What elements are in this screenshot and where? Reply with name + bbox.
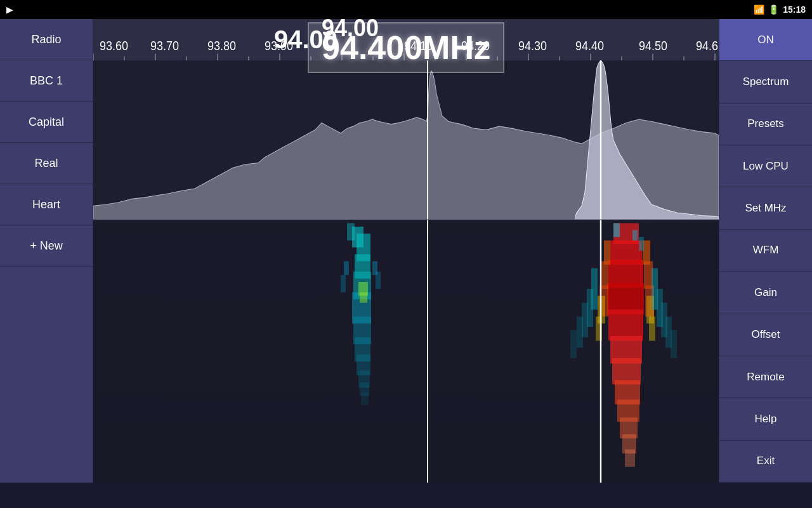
center-frequency: 94.400MHz [322, 29, 490, 66]
svg-text:94.50: 94.50 [639, 39, 667, 53]
right-sidebar: ON Spectrum Presets Low CPU Set MHz WFM … [719, 19, 812, 483]
svg-rect-54 [341, 275, 346, 292]
sidebar-item-heart[interactable]: Heart [0, 184, 93, 225]
svg-rect-86 [577, 317, 583, 348]
button-spectrum[interactable]: Spectrum [719, 61, 812, 103]
button-remote[interactable]: Remote [719, 356, 812, 398]
button-wfm[interactable]: WFM [719, 230, 812, 272]
svg-text:94.6: 94.6 [696, 39, 718, 53]
svg-text:93.60: 93.60 [100, 39, 128, 53]
battery-icon: 🔋 [768, 4, 779, 15]
svg-rect-52 [360, 292, 367, 302]
svg-text:93.80: 93.80 [207, 39, 236, 53]
svg-text:93.70: 93.70 [150, 39, 179, 53]
spectrum-svg: 93.60 93.70 93.80 93.90 94.00 94.10 94.2… [93, 19, 719, 483]
time-display: 15:18 [783, 4, 806, 15]
svg-rect-79 [649, 317, 655, 341]
svg-rect-56 [376, 272, 381, 289]
sidebar-item-real[interactable]: Real [0, 143, 93, 184]
sidebar-item-bbc1[interactable]: BBC 1 [0, 60, 93, 102]
main-layout: Radio BBC 1 Capital Real Heart + New 94.… [0, 19, 812, 508]
svg-rect-70 [604, 241, 610, 265]
button-lowcpu[interactable]: Low CPU [719, 145, 812, 187]
sidebar-item-capital[interactable]: Capital [0, 102, 93, 143]
button-setmhz[interactable]: Set MHz [719, 187, 812, 229]
wifi-icon: 📶 [754, 4, 764, 15]
svg-rect-72 [601, 261, 608, 289]
sidebar-item-new[interactable]: + New [0, 225, 93, 267]
button-exit[interactable]: Exit [719, 441, 812, 483]
svg-rect-50 [361, 392, 369, 405]
button-presets[interactable]: Presets [719, 104, 812, 145]
svg-rect-91 [632, 230, 638, 240]
svg-rect-69 [625, 450, 635, 467]
svg-rect-88 [570, 330, 577, 358]
svg-rect-73 [644, 261, 653, 289]
button-offset[interactable]: Offset [719, 314, 812, 356]
svg-text:94.30: 94.30 [518, 39, 547, 53]
spectrum-view[interactable]: 94.400MHz 94.00 93.60 93.70 93.80 93.90 … [93, 19, 719, 483]
svg-rect-92 [639, 237, 644, 251]
svg-text:94.40: 94.40 [575, 39, 604, 53]
sidebar-item-radio[interactable]: Radio [0, 19, 93, 60]
button-on[interactable]: ON [719, 19, 812, 61]
play-icon: ▶ [6, 4, 13, 15]
freq-display-box: 94.400MHz [308, 22, 504, 73]
button-gain[interactable]: Gain [719, 272, 812, 314]
button-help[interactable]: Help [719, 398, 812, 440]
svg-rect-53 [344, 261, 349, 275]
left-sidebar: Radio BBC 1 Capital Real Heart + New [0, 19, 93, 483]
svg-rect-90 [613, 223, 620, 237]
status-bar: ▶ 📶 🔋 15:18 [0, 0, 812, 19]
svg-rect-89 [671, 330, 677, 358]
